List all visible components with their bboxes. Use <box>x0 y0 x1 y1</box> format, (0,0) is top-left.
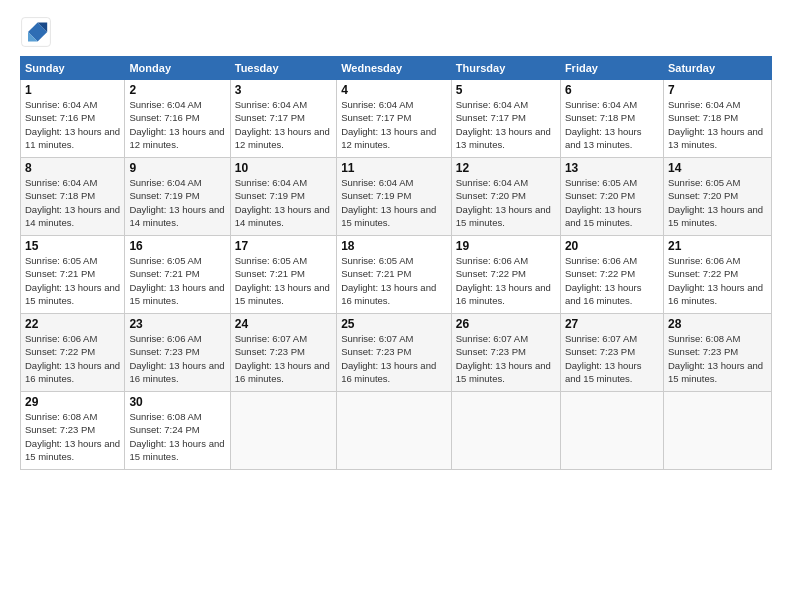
day-info: Sunrise: 6:07 AM Sunset: 7:23 PM Dayligh… <box>341 332 447 385</box>
logo <box>20 16 58 48</box>
day-info: Sunrise: 6:04 AM Sunset: 7:17 PM Dayligh… <box>456 98 556 151</box>
day-number: 13 <box>565 161 659 175</box>
day-info: Sunrise: 6:06 AM Sunset: 7:22 PM Dayligh… <box>565 254 659 307</box>
day-number: 9 <box>129 161 225 175</box>
day-number: 14 <box>668 161 767 175</box>
day-number: 7 <box>668 83 767 97</box>
day-number: 24 <box>235 317 332 331</box>
day-info: Sunrise: 6:05 AM Sunset: 7:21 PM Dayligh… <box>25 254 120 307</box>
day-number: 27 <box>565 317 659 331</box>
day-info: Sunrise: 6:08 AM Sunset: 7:24 PM Dayligh… <box>129 410 225 463</box>
day-number: 12 <box>456 161 556 175</box>
day-number: 21 <box>668 239 767 253</box>
calendar-cell: 2 Sunrise: 6:04 AM Sunset: 7:16 PM Dayli… <box>125 80 230 158</box>
calendar-header-row: SundayMondayTuesdayWednesdayThursdayFrid… <box>21 57 772 80</box>
day-info: Sunrise: 6:04 AM Sunset: 7:16 PM Dayligh… <box>129 98 225 151</box>
day-info: Sunrise: 6:04 AM Sunset: 7:19 PM Dayligh… <box>235 176 332 229</box>
day-number: 18 <box>341 239 447 253</box>
day-info: Sunrise: 6:07 AM Sunset: 7:23 PM Dayligh… <box>235 332 332 385</box>
day-info: Sunrise: 6:07 AM Sunset: 7:23 PM Dayligh… <box>565 332 659 385</box>
day-header-sunday: Sunday <box>21 57 125 80</box>
day-info: Sunrise: 6:04 AM Sunset: 7:18 PM Dayligh… <box>25 176 120 229</box>
calendar-cell: 14 Sunrise: 6:05 AM Sunset: 7:20 PM Dayl… <box>663 158 771 236</box>
day-number: 29 <box>25 395 120 409</box>
day-info: Sunrise: 6:05 AM Sunset: 7:20 PM Dayligh… <box>565 176 659 229</box>
day-header-thursday: Thursday <box>451 57 560 80</box>
calendar-cell <box>560 392 663 470</box>
calendar-week-5: 29 Sunrise: 6:08 AM Sunset: 7:23 PM Dayl… <box>21 392 772 470</box>
day-info: Sunrise: 6:05 AM Sunset: 7:21 PM Dayligh… <box>129 254 225 307</box>
day-info: Sunrise: 6:05 AM Sunset: 7:20 PM Dayligh… <box>668 176 767 229</box>
calendar-week-1: 1 Sunrise: 6:04 AM Sunset: 7:16 PM Dayli… <box>21 80 772 158</box>
day-number: 26 <box>456 317 556 331</box>
day-number: 6 <box>565 83 659 97</box>
day-info: Sunrise: 6:05 AM Sunset: 7:21 PM Dayligh… <box>235 254 332 307</box>
day-number: 5 <box>456 83 556 97</box>
calendar-cell: 16 Sunrise: 6:05 AM Sunset: 7:21 PM Dayl… <box>125 236 230 314</box>
calendar-cell: 24 Sunrise: 6:07 AM Sunset: 7:23 PM Dayl… <box>230 314 336 392</box>
calendar-cell <box>663 392 771 470</box>
calendar-cell: 12 Sunrise: 6:04 AM Sunset: 7:20 PM Dayl… <box>451 158 560 236</box>
day-info: Sunrise: 6:04 AM Sunset: 7:17 PM Dayligh… <box>341 98 447 151</box>
calendar-cell: 8 Sunrise: 6:04 AM Sunset: 7:18 PM Dayli… <box>21 158 125 236</box>
calendar-cell: 7 Sunrise: 6:04 AM Sunset: 7:18 PM Dayli… <box>663 80 771 158</box>
day-info: Sunrise: 6:06 AM Sunset: 7:22 PM Dayligh… <box>25 332 120 385</box>
day-info: Sunrise: 6:08 AM Sunset: 7:23 PM Dayligh… <box>668 332 767 385</box>
day-number: 23 <box>129 317 225 331</box>
day-number: 25 <box>341 317 447 331</box>
calendar-cell: 10 Sunrise: 6:04 AM Sunset: 7:19 PM Dayl… <box>230 158 336 236</box>
day-number: 22 <box>25 317 120 331</box>
day-info: Sunrise: 6:04 AM Sunset: 7:20 PM Dayligh… <box>456 176 556 229</box>
day-number: 19 <box>456 239 556 253</box>
day-number: 20 <box>565 239 659 253</box>
calendar-cell: 3 Sunrise: 6:04 AM Sunset: 7:17 PM Dayli… <box>230 80 336 158</box>
day-number: 17 <box>235 239 332 253</box>
day-number: 15 <box>25 239 120 253</box>
day-number: 30 <box>129 395 225 409</box>
calendar-cell: 26 Sunrise: 6:07 AM Sunset: 7:23 PM Dayl… <box>451 314 560 392</box>
calendar-cell: 20 Sunrise: 6:06 AM Sunset: 7:22 PM Dayl… <box>560 236 663 314</box>
calendar-cell: 30 Sunrise: 6:08 AM Sunset: 7:24 PM Dayl… <box>125 392 230 470</box>
day-info: Sunrise: 6:06 AM Sunset: 7:22 PM Dayligh… <box>668 254 767 307</box>
day-number: 16 <box>129 239 225 253</box>
day-info: Sunrise: 6:04 AM Sunset: 7:17 PM Dayligh… <box>235 98 332 151</box>
day-header-wednesday: Wednesday <box>337 57 452 80</box>
calendar-cell: 17 Sunrise: 6:05 AM Sunset: 7:21 PM Dayl… <box>230 236 336 314</box>
day-info: Sunrise: 6:04 AM Sunset: 7:18 PM Dayligh… <box>565 98 659 151</box>
calendar-cell: 1 Sunrise: 6:04 AM Sunset: 7:16 PM Dayli… <box>21 80 125 158</box>
calendar-cell <box>230 392 336 470</box>
logo-icon <box>20 16 52 48</box>
calendar-cell <box>451 392 560 470</box>
day-number: 3 <box>235 83 332 97</box>
day-info: Sunrise: 6:08 AM Sunset: 7:23 PM Dayligh… <box>25 410 120 463</box>
day-info: Sunrise: 6:06 AM Sunset: 7:22 PM Dayligh… <box>456 254 556 307</box>
day-info: Sunrise: 6:04 AM Sunset: 7:16 PM Dayligh… <box>25 98 120 151</box>
calendar-cell: 25 Sunrise: 6:07 AM Sunset: 7:23 PM Dayl… <box>337 314 452 392</box>
calendar-table: SundayMondayTuesdayWednesdayThursdayFrid… <box>20 56 772 470</box>
day-number: 2 <box>129 83 225 97</box>
calendar-cell: 4 Sunrise: 6:04 AM Sunset: 7:17 PM Dayli… <box>337 80 452 158</box>
day-number: 1 <box>25 83 120 97</box>
day-header-friday: Friday <box>560 57 663 80</box>
calendar-cell: 23 Sunrise: 6:06 AM Sunset: 7:23 PM Dayl… <box>125 314 230 392</box>
day-info: Sunrise: 6:06 AM Sunset: 7:23 PM Dayligh… <box>129 332 225 385</box>
calendar-cell: 28 Sunrise: 6:08 AM Sunset: 7:23 PM Dayl… <box>663 314 771 392</box>
calendar-cell: 9 Sunrise: 6:04 AM Sunset: 7:19 PM Dayli… <box>125 158 230 236</box>
day-header-saturday: Saturday <box>663 57 771 80</box>
day-number: 11 <box>341 161 447 175</box>
calendar-cell: 22 Sunrise: 6:06 AM Sunset: 7:22 PM Dayl… <box>21 314 125 392</box>
calendar-week-3: 15 Sunrise: 6:05 AM Sunset: 7:21 PM Dayl… <box>21 236 772 314</box>
page: SundayMondayTuesdayWednesdayThursdayFrid… <box>0 0 792 612</box>
calendar-cell <box>337 392 452 470</box>
header <box>20 16 772 48</box>
day-number: 4 <box>341 83 447 97</box>
calendar-cell: 27 Sunrise: 6:07 AM Sunset: 7:23 PM Dayl… <box>560 314 663 392</box>
calendar-cell: 5 Sunrise: 6:04 AM Sunset: 7:17 PM Dayli… <box>451 80 560 158</box>
day-info: Sunrise: 6:05 AM Sunset: 7:21 PM Dayligh… <box>341 254 447 307</box>
calendar-cell: 11 Sunrise: 6:04 AM Sunset: 7:19 PM Dayl… <box>337 158 452 236</box>
day-info: Sunrise: 6:07 AM Sunset: 7:23 PM Dayligh… <box>456 332 556 385</box>
calendar-cell: 18 Sunrise: 6:05 AM Sunset: 7:21 PM Dayl… <box>337 236 452 314</box>
calendar-cell: 13 Sunrise: 6:05 AM Sunset: 7:20 PM Dayl… <box>560 158 663 236</box>
day-info: Sunrise: 6:04 AM Sunset: 7:19 PM Dayligh… <box>341 176 447 229</box>
calendar-cell: 21 Sunrise: 6:06 AM Sunset: 7:22 PM Dayl… <box>663 236 771 314</box>
